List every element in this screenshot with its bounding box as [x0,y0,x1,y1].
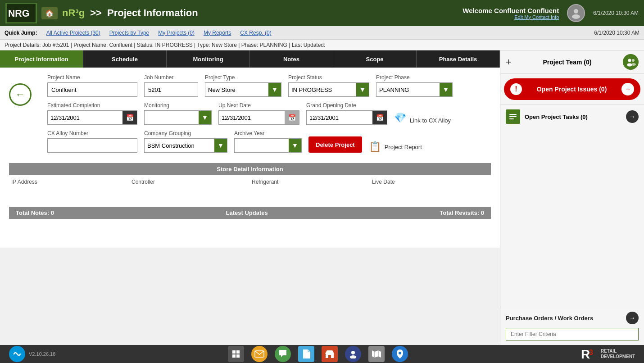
job-number-input[interactable] [144,82,198,97]
est-completion-calendar-btn[interactable]: 📅 [122,111,137,124]
company-grouping-arrow: ▼ [214,139,227,152]
monitoring-arrow: ▼ [199,111,211,124]
company-grouping-select-wrap[interactable]: BSM Construction Other ▼ [144,138,227,153]
cx-alloy-gem-icon: 💎 [394,112,406,124]
taskbar-map-icon[interactable] [368,346,385,362]
qj-cx-resp[interactable]: CX Resp. (0) [240,30,271,36]
taskbar-user-icon[interactable] [345,346,361,362]
total-revisits: Total Revisits: 0 [440,209,484,216]
po-filter-input[interactable] [506,328,639,340]
ip-address-value [11,189,128,198]
company-grouping-group: Company Grouping BSM Construction Other … [144,130,227,153]
project-type-label: Project Type [205,74,281,81]
taskbar-r3-logo: R 3 RETAILDEVELOPMENT [580,346,635,362]
ip-address-label: IP Address [11,179,128,185]
user-avatar[interactable] [567,4,585,22]
monitoring-select[interactable] [145,111,199,124]
company-grouping-select[interactable]: BSM Construction Other [145,139,214,152]
header-left: NRG 🏠 nR³g >> Project Information [5,3,198,23]
taskbar-wave-icon [9,346,25,362]
tab-monitoring[interactable]: Monitoring [167,50,250,68]
taskbar-store-icon[interactable] [322,346,338,362]
po-section: Purchase Orders / Work Orders → [500,307,644,345]
project-status-select-wrap[interactable]: IN PROGRESS COMPLETE ON HOLD ▼ [288,82,369,97]
job-number-label: Job Number [144,74,198,81]
project-name-group: Project Name [47,74,137,97]
svg-point-21 [399,352,401,354]
issues-exclamation-icon: ! [510,83,522,95]
project-report-button[interactable]: 📋 Project Report [369,141,422,153]
project-type-group: Project Type New Store Remodel Other ▼ [205,74,281,97]
project-phase-select-wrap[interactable]: PLANNING DESIGN BUILD ▼ [376,82,453,97]
project-type-select-wrap[interactable]: New Store Remodel Other ▼ [205,82,281,97]
tasks-arrow-icon: → [626,110,639,123]
tab-scope[interactable]: Scope [333,50,417,68]
project-phase-select[interactable]: PLANNING DESIGN BUILD [376,83,440,96]
open-project-issues-button[interactable]: ! Open Project Issues (0) → [504,78,640,100]
archive-year-label: Archive Year [234,130,302,136]
taskbar-app1-icon[interactable] [228,346,244,362]
header-title: nR³g >> Project Information [62,7,198,19]
qj-my-reports[interactable]: My Reports [204,30,231,36]
cx-alloy-link-label[interactable]: Link to CX Alloy [410,117,451,124]
est-completion-date-wrap[interactable]: 📅 [47,110,137,125]
cx-alloy-number-input[interactable] [47,138,137,153]
taskbar-document-icon[interactable] [298,346,314,362]
taskbar-location-icon[interactable] [392,346,408,362]
monitoring-select-wrap[interactable]: ▼ [144,110,212,125]
home-icon[interactable]: 🏠 [41,7,58,19]
est-completion-input[interactable] [48,111,122,124]
store-detail-section: Store Detail Information IP Address Cont… [9,163,491,202]
total-notes: Total Notes: 0 [16,209,54,216]
content-area: Project Information Schedule Monitoring … [0,50,500,345]
open-project-tasks-button[interactable]: Open Project Tasks (0) → [500,104,644,128]
project-status-select[interactable]: IN PROGRESS COMPLETE ON HOLD [289,83,356,96]
grand-opening-date-wrap[interactable]: 📅 [306,110,387,125]
edit-contact-link[interactable]: Edit My Contact Info [463,14,559,20]
qj-active-projects[interactable]: All Active Projects (30) [46,30,100,36]
tab-schedule[interactable]: Schedule [83,50,167,68]
archive-year-arrow: ▼ [289,139,301,152]
svg-rect-9 [509,114,517,115]
add-team-member-button[interactable]: + [506,56,512,68]
taskbar-icons [228,346,408,362]
po-arrow-button[interactable]: → [626,312,639,324]
company-grouping-label: Company Grouping [144,130,227,136]
back-button[interactable]: ← [9,83,32,106]
refrigerant-label: Refrigerant [252,179,368,185]
project-status-group: Project Status IN PROGRESS COMPLETE ON H… [288,74,369,97]
project-type-select[interactable]: New Store Remodel Other [205,83,268,96]
project-name-label: Project Name [47,74,137,81]
tab-project-information[interactable]: Project Information [0,50,83,68]
qj-projects-by-type[interactable]: Projects by Type [109,30,150,36]
archive-year-select[interactable] [235,139,289,152]
delete-project-button[interactable]: Delete Project [308,136,362,153]
project-team-icon [623,54,639,70]
archive-year-group: Archive Year ▼ [234,130,302,153]
svg-point-4 [572,14,580,19]
taskbar-email-icon[interactable] [251,346,268,362]
refrigerant-value [252,189,368,198]
project-report-label[interactable]: Project Report [385,144,422,150]
grand-opening-input[interactable] [307,111,372,124]
sidebar-header: + Project Team (0) [500,50,644,74]
right-sidebar: + Project Team (0) ! Open Project Issues… [500,50,644,345]
controller-label: Controller [132,179,248,185]
archive-year-select-wrap[interactable]: ▼ [234,138,302,153]
taskbar: V2.10.26.18 R 3 RETAILDEVE [0,345,644,363]
taskbar-version: V2.10.26.18 [29,351,55,357]
project-report-icon: 📋 [369,141,381,153]
qj-my-projects[interactable]: My Projects (0) [158,30,195,36]
up-next-date-input[interactable] [219,111,285,124]
up-next-calendar-btn[interactable]: 📅 [285,111,299,124]
grand-opening-calendar-btn[interactable]: 📅 [372,111,387,124]
project-name-input[interactable] [47,82,137,97]
taskbar-chat-icon[interactable] [275,346,291,362]
header-datetime: 6/1/2020 10:30 AM [593,10,639,16]
up-next-date-group: Up Next Date 📅 [218,102,299,125]
issues-label: Open Project Issues (0) [522,86,621,93]
grand-opening-label: Grand Opening Date [306,102,387,109]
up-next-date-wrap[interactable]: 📅 [218,110,299,125]
tab-phase-details[interactable]: Phase Details [417,50,500,68]
tab-notes[interactable]: Notes [250,50,333,68]
